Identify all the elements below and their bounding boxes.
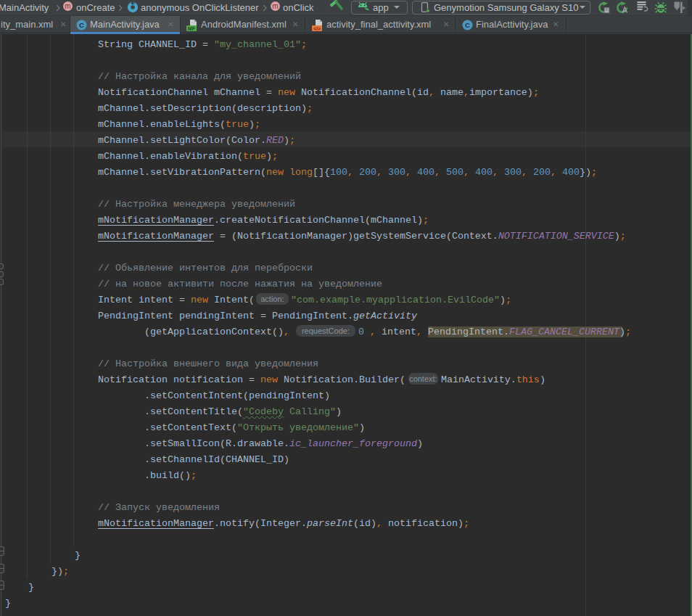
svg-text:C: C bbox=[465, 21, 470, 29]
svg-text:MF: MF bbox=[188, 26, 196, 31]
svg-text:C: C bbox=[79, 21, 84, 29]
svg-text:</>: </> bbox=[313, 26, 321, 31]
